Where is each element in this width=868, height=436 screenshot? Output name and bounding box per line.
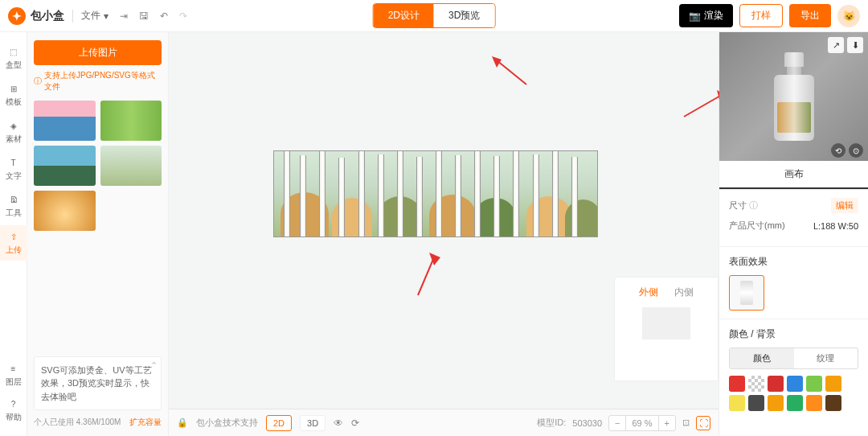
- rail-label: 帮助: [6, 412, 22, 423]
- thumb-birch[interactable]: [100, 146, 162, 186]
- color-section: 颜色 / 背景 颜色 纹理: [719, 319, 868, 419]
- color-swatch[interactable]: [806, 376, 822, 392]
- render-label: 渲染: [704, 9, 723, 23]
- rail-text[interactable]: T文字: [0, 151, 27, 187]
- download-icon[interactable]: ⬇: [847, 37, 863, 53]
- color-swatch[interactable]: [729, 376, 745, 392]
- layers-icon: ≡: [7, 362, 20, 375]
- color-swatch[interactable]: [768, 376, 784, 392]
- refresh-icon[interactable]: ⟳: [351, 417, 359, 429]
- help-icon: ?: [7, 397, 20, 410]
- left-rail: ⬚盒型 ⊞模板 ◈素材 T文字 🖻工具 ⇧上传 ≡图层 ?帮助: [0, 32, 27, 436]
- tab-texture[interactable]: 纹理: [794, 348, 858, 368]
- tab-color[interactable]: 颜色: [730, 348, 794, 368]
- color-swatch[interactable]: [825, 376, 841, 392]
- text-icon: T: [7, 156, 20, 169]
- rail-box-type[interactable]: ⬚盒型: [0, 40, 27, 76]
- color-swatch[interactable]: [787, 376, 803, 392]
- view-2d-toggle[interactable]: 2D: [266, 415, 292, 431]
- rail-upload[interactable]: ⇧上传: [0, 225, 27, 261]
- edit-size-link[interactable]: 编辑: [831, 198, 858, 213]
- close-icon[interactable]: ⌃: [150, 359, 158, 372]
- color-swatch[interactable]: [806, 395, 822, 411]
- tab-2d-design[interactable]: 2D设计: [374, 4, 434, 27]
- render-button[interactable]: 📷 渲染: [679, 4, 733, 27]
- rail-template[interactable]: ⊞模板: [0, 77, 27, 113]
- view-3d-toggle[interactable]: 3D: [300, 415, 326, 431]
- color-swatch[interactable]: [787, 395, 803, 411]
- box-icon: ⬚: [7, 45, 20, 58]
- save-icon[interactable]: 🖫: [139, 10, 149, 22]
- left-panel: 上传图片 ⓘ 支持上传JPG/PNG/SVG等格式文件 SVG可添加烫金、UV等…: [27, 32, 169, 436]
- rail-layers[interactable]: ≡图层: [0, 357, 27, 393]
- product-size-value: L:188 W:50: [813, 221, 858, 231]
- rail-tools[interactable]: 🖻工具: [0, 188, 27, 224]
- svg-line-0: [497, 60, 526, 84]
- thumb-mountains[interactable]: [34, 146, 96, 186]
- tab-inner[interactable]: 内侧: [674, 286, 694, 299]
- canvas[interactable]: 外侧 内侧: [169, 32, 719, 409]
- zoom-out-button[interactable]: −: [609, 416, 625, 430]
- rail-bottom: ≡图层 ?帮助: [0, 357, 27, 428]
- import-icon[interactable]: ⇥: [120, 10, 128, 22]
- file-menu[interactable]: 文件 ▾: [81, 9, 108, 23]
- reset-icon[interactable]: ⊙: [849, 143, 863, 158]
- annotation-arrow: [410, 251, 442, 299]
- rail-label: 工具: [6, 208, 22, 219]
- upload-button[interactable]: 上传图片: [34, 40, 162, 65]
- lock-icon[interactable]: 🔒: [177, 417, 188, 428]
- export-button[interactable]: 导出: [789, 4, 831, 27]
- main: ⬚盒型 ⊞模板 ◈素材 T文字 🖻工具 ⇧上传 ≡图层 ?帮助 上传图片 ⓘ 支…: [0, 32, 868, 436]
- template-icon: ⊞: [7, 82, 20, 95]
- brand-name: 包小盒: [31, 9, 64, 23]
- redo-icon[interactable]: ↷: [179, 10, 187, 22]
- thumb-sunset[interactable]: [34, 191, 96, 231]
- annotation-arrow: [490, 56, 530, 88]
- thumb-bamboo[interactable]: [100, 101, 162, 141]
- color-swatch[interactable]: [825, 395, 841, 411]
- model-id-label: 模型ID:: [537, 417, 566, 429]
- info-icon: ⓘ: [34, 76, 42, 87]
- undo-icon[interactable]: ↶: [160, 10, 168, 22]
- rail-label: 图层: [6, 376, 22, 388]
- zoom-control: − 69 % +: [608, 415, 676, 431]
- thumb-flamingo[interactable]: [34, 101, 96, 141]
- rotate-icon[interactable]: ⟲: [831, 143, 845, 158]
- preview-top-icons: ↗ ⬇: [828, 37, 863, 53]
- topbar: ✦ 包小盒 文件 ▾ ⇥ 🖫 ↶ ↷ 2D设计 3D预览 📷 渲染 打样 导出 …: [0, 0, 868, 32]
- color-swatches: [729, 376, 858, 411]
- fit-icon[interactable]: ⊡: [682, 417, 690, 428]
- svg-line-4: [684, 95, 722, 117]
- color-swatch[interactable]: [768, 395, 784, 411]
- eye-icon[interactable]: 👁: [334, 417, 343, 429]
- avatar[interactable]: 😺: [837, 5, 860, 27]
- top-icons: ⇥ 🖫 ↶ ↷: [120, 10, 187, 22]
- expand-storage-link[interactable]: 扩充容量: [129, 417, 162, 428]
- tab-outer[interactable]: 外侧: [639, 286, 658, 299]
- svg-hint-box: SVG可添加烫金、UV等工艺效果，3D预览实时显示，快去体验吧 ⌃: [34, 356, 162, 411]
- birch-forest-illustration: [274, 151, 597, 237]
- fullscreen-icon[interactable]: ⛶: [696, 416, 710, 430]
- bottom-bar: 🔒 包小盒技术支持 2D 3D 👁 ⟳ 模型ID: 503030 − 69 % …: [169, 409, 719, 436]
- artwork-label[interactable]: [273, 150, 598, 237]
- tab-canvas-props[interactable]: 画布: [719, 161, 868, 189]
- rail-material[interactable]: ◈素材: [0, 114, 27, 150]
- storage-info: 个人已使用 4.36M/100M 扩充容量: [34, 417, 162, 428]
- color-title: 颜色 / 背景: [729, 327, 858, 341]
- color-swatch[interactable]: [729, 395, 745, 411]
- zoom-in-button[interactable]: +: [659, 416, 675, 430]
- preview-3d[interactable]: ↗ ⬇ ⟲ ⊙: [719, 32, 868, 161]
- info-icon[interactable]: ⓘ: [749, 200, 758, 210]
- tech-support-label: 包小盒技术支持: [196, 417, 258, 429]
- tab-3d-preview[interactable]: 3D预览: [434, 4, 494, 27]
- sample-button[interactable]: 打样: [739, 4, 783, 27]
- rail-help[interactable]: ?帮助: [0, 393, 27, 428]
- side-preview-thumb[interactable]: [642, 307, 690, 339]
- effect-option[interactable]: [729, 275, 764, 311]
- share-icon[interactable]: ↗: [828, 37, 844, 53]
- zoom-value[interactable]: 69 %: [625, 416, 658, 430]
- color-swatch[interactable]: [748, 376, 764, 392]
- color-swatch[interactable]: [748, 395, 764, 411]
- preview-bottom-icons: ⟲ ⊙: [831, 143, 863, 158]
- size-section: 尺寸 ⓘ 编辑 产品尺寸(mm) L:188 W:50: [719, 190, 868, 247]
